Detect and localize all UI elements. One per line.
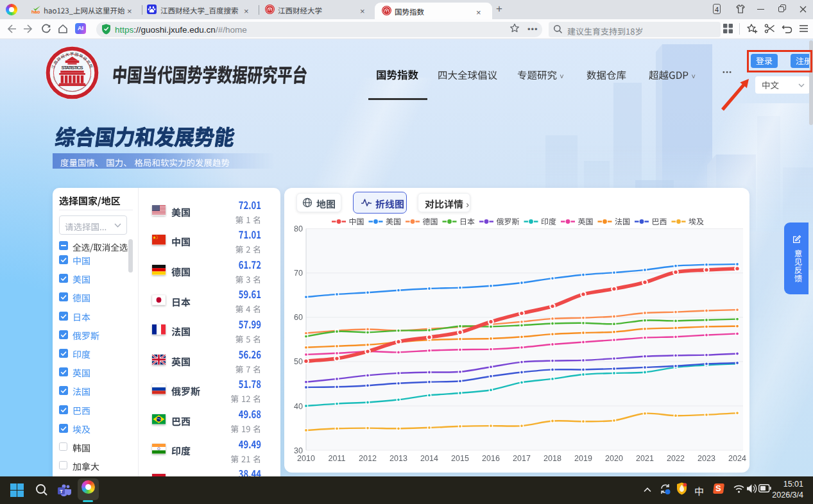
svg-text:50: 50 [294,357,303,366]
svg-text:2022: 2022 [667,454,685,463]
svg-text:中国: 中国 [349,215,364,226]
svg-text:hao: hao [31,9,40,14]
svg-text:印度: 印度 [541,215,556,226]
svg-text:2013: 2013 [389,454,407,463]
svg-text:2016: 2016 [482,454,500,463]
svg-text:STATISTICS: STATISTICS [61,65,83,71]
svg-text:法国: 法国 [615,215,630,226]
svg-text:60: 60 [294,313,303,322]
svg-text:80: 80 [294,224,303,233]
svg-text:美国: 美国 [386,215,401,226]
svg-text:2021: 2021 [636,454,654,463]
svg-text:T: T [60,489,63,494]
svg-text:2014: 2014 [420,454,438,463]
svg-text:巴西: 巴西 [652,215,667,226]
svg-text:德国: 德国 [423,215,438,226]
svg-text:日本: 日本 [459,215,475,226]
svg-text:2019: 2019 [574,454,592,463]
svg-text:2015: 2015 [451,454,469,463]
svg-text:2018: 2018 [543,454,561,463]
svg-text:英国: 英国 [578,215,594,226]
svg-text:2010: 2010 [297,454,315,463]
svg-text:2011: 2011 [329,454,346,463]
svg-text:埃及: 埃及 [689,215,704,226]
svg-text:2017: 2017 [513,454,531,463]
svg-text:40: 40 [294,402,303,411]
svg-text:70: 70 [294,269,303,278]
svg-text:俄罗斯: 俄罗斯 [497,215,520,226]
svg-text:2012: 2012 [359,454,377,463]
svg-text:2020: 2020 [605,454,623,463]
svg-text:2024: 2024 [728,454,746,463]
svg-text:2023: 2023 [697,454,715,463]
